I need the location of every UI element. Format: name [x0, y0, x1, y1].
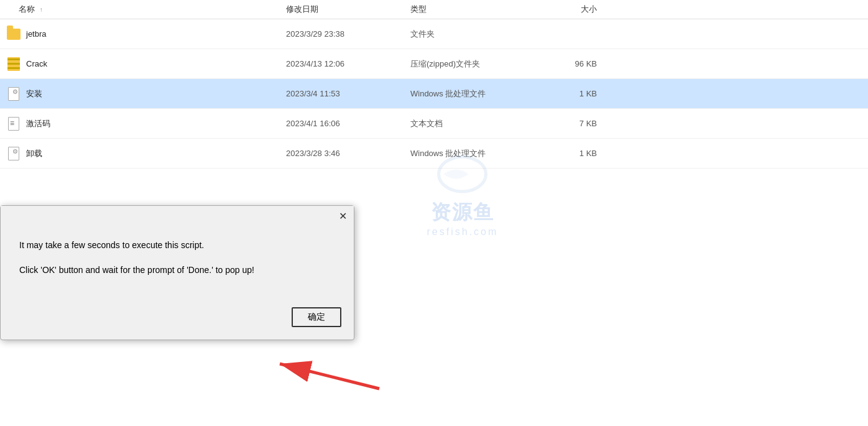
file-name-cell: jetbra: [0, 28, 286, 40]
file-name-cell: Crack: [0, 58, 286, 70]
file-date-cell: 2023/4/1 16:06: [286, 119, 410, 128]
dialog-footer: 确定: [1, 307, 354, 340]
col-date-header[interactable]: 修改日期: [286, 4, 410, 15]
col-size-header[interactable]: 大小: [547, 4, 609, 15]
file-explorer: 名称 ↑ 修改日期 类型 大小 jetbra 2023/3/29 23:38 文…: [0, 0, 868, 426]
file-type-cell: Windows 批处理文件: [410, 148, 547, 159]
dialog-titlebar: ✕: [1, 206, 354, 226]
file-name: 安装: [26, 88, 42, 100]
file-date-cell: 2023/3/4 11:53: [286, 89, 410, 98]
table-row[interactable]: 激活码 2023/4/1 16:06 文本文档 7 KB: [0, 109, 868, 139]
table-header: 名称 ↑ 修改日期 类型 大小: [0, 0, 868, 19]
file-type-cell: 文件夹: [410, 29, 547, 40]
file-type-cell: 文本文档: [410, 118, 547, 129]
file-name-cell: 卸载: [0, 147, 286, 160]
file-size-cell: 7 KB: [547, 119, 609, 128]
red-arrow-icon: [261, 358, 386, 395]
file-type-cell: Windows 批处理文件: [410, 88, 547, 100]
file-name: 卸载: [26, 148, 42, 159]
zip-icon: [6, 58, 21, 70]
file-size-cell: 1 KB: [547, 149, 609, 158]
dialog-message-line1: It may take a few seconds to execute thi…: [19, 238, 335, 252]
table-row[interactable]: 安装 2023/3/4 11:53 Windows 批处理文件 1 KB: [0, 79, 868, 109]
col-type-header[interactable]: 类型: [410, 4, 547, 15]
watermark-text-main: 资源鱼: [431, 199, 494, 226]
table-row[interactable]: Crack 2023/4/13 12:06 压缩(zipped)文件夹 96 K…: [0, 49, 868, 79]
file-date-cell: 2023/4/13 12:06: [286, 59, 410, 68]
script-dialog: ✕ It may take a few seconds to execute t…: [0, 205, 354, 340]
file-name: jetbra: [26, 29, 47, 39]
folder-icon: [6, 28, 21, 40]
file-name: Crack: [26, 59, 47, 68]
col-name-header[interactable]: 名称 ↑: [0, 4, 286, 15]
table-row[interactable]: 卸载 2023/3/28 3:46 Windows 批处理文件 1 KB: [0, 139, 868, 169]
file-type-cell: 压缩(zipped)文件夹: [410, 58, 547, 70]
file-date-cell: 2023/3/28 3:46: [286, 149, 410, 158]
bat-icon: [6, 88, 21, 100]
watermark-text-sub: resfish.com: [427, 226, 499, 238]
bat-icon: [6, 147, 21, 160]
txt-icon: [6, 118, 21, 130]
file-name-cell: 安装: [0, 88, 286, 100]
file-size-cell: 96 KB: [547, 59, 609, 68]
table-row[interactable]: jetbra 2023/3/29 23:38 文件夹: [0, 19, 868, 49]
sort-indicator: ↑: [40, 6, 43, 13]
dialog-message-line2: Click 'OK' button and wait for the promp…: [19, 263, 335, 277]
file-name-cell: 激活码: [0, 118, 286, 130]
file-date-cell: 2023/3/29 23:38: [286, 29, 410, 39]
file-size-cell: 1 KB: [547, 89, 609, 98]
file-name: 激活码: [26, 118, 50, 129]
dialog-body: It may take a few seconds to execute thi…: [1, 226, 354, 307]
dialog-ok-button[interactable]: 确定: [292, 307, 341, 327]
file-rows: jetbra 2023/3/29 23:38 文件夹 Crack 2023/4/…: [0, 19, 868, 169]
dialog-close-button[interactable]: ✕: [336, 210, 349, 222]
svg-line-2: [280, 364, 379, 389]
